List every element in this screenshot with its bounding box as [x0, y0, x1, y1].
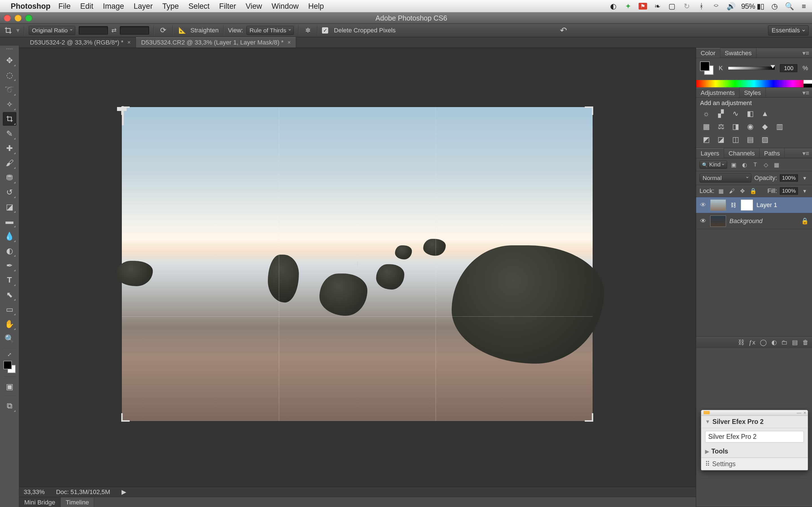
layer-mask-thumbnail[interactable] — [741, 200, 753, 211]
opacity-flyout-icon[interactable]: ▾ — [801, 175, 809, 181]
layer-thumbnail[interactable] — [710, 216, 726, 227]
silver-efex-launch-button[interactable]: Silver Efex Pro 2 — [705, 431, 804, 443]
status-spotlight-icon[interactable]: 🔍 — [785, 2, 794, 11]
lasso-tool[interactable]: ➰ — [3, 83, 16, 96]
status-bluetooth-icon[interactable]: ᚼ — [697, 2, 706, 11]
layer-link-icon[interactable]: ⛓ — [729, 202, 737, 209]
adj-invert-icon[interactable]: ◩ — [701, 135, 711, 144]
crop-tool-icon[interactable] — [3, 25, 13, 35]
window-titlebar[interactable]: Adobe Photoshop CS6 — [0, 12, 812, 24]
tab-color[interactable]: Color — [696, 48, 720, 58]
adj-balance-icon[interactable]: ⚖ — [716, 122, 726, 131]
screen-mode-toggle[interactable]: ⧉ — [3, 399, 16, 413]
adj-vibrance-icon[interactable]: ▲ — [760, 109, 770, 118]
zoom-tool[interactable]: 🔍 — [3, 332, 16, 345]
close-tab-icon[interactable]: × — [128, 39, 131, 46]
status-compass-icon[interactable]: ◷ — [770, 2, 779, 11]
gradient-tool[interactable]: ▬ — [3, 215, 16, 228]
layer-thumbnail[interactable] — [710, 200, 726, 211]
lock-all-icon[interactable]: 🔒 — [749, 187, 757, 194]
menu-type[interactable]: Type — [162, 2, 179, 11]
new-adjustment-icon[interactable]: ◐ — [771, 339, 777, 346]
foreground-background-swatch[interactable] — [3, 360, 16, 374]
adj-brightness-icon[interactable]: ☼ — [701, 109, 711, 118]
tab-channels[interactable]: Channels — [724, 148, 760, 158]
status-timemachine-icon[interactable]: ↻ — [682, 2, 691, 11]
disclosure-triangle-icon[interactable]: ▼ — [705, 419, 710, 425]
tab-swatches[interactable]: Swatches — [720, 48, 756, 58]
status-airplay-icon[interactable]: ▢ — [668, 2, 676, 11]
workspace-switcher[interactable]: Essentials — [768, 25, 809, 36]
status-wifi-icon[interactable]: ⌔ — [712, 2, 720, 11]
adj-curves-icon[interactable]: ∿ — [730, 109, 741, 118]
layer-name[interactable]: Background — [729, 217, 798, 225]
crop-width-input[interactable] — [79, 26, 108, 35]
tab-adjustments[interactable]: Adjustments — [696, 88, 740, 98]
tab-layers[interactable]: Layers — [696, 148, 724, 158]
adj-gradientmap-icon[interactable]: ▤ — [745, 135, 755, 144]
menu-filter[interactable]: Filter — [219, 2, 236, 11]
type-tool[interactable]: T — [3, 273, 16, 287]
tab-timeline[interactable]: Timeline — [61, 497, 94, 507]
layer-visibility-icon[interactable]: 👁 — [700, 217, 707, 225]
filter-smart-icon[interactable]: ▦ — [773, 161, 781, 168]
crop-height-input[interactable] — [120, 26, 149, 35]
close-button[interactable] — [4, 15, 11, 21]
adj-mixer-icon[interactable]: ◆ — [760, 122, 770, 131]
layer-visibility-icon[interactable]: 👁 — [700, 202, 707, 209]
settings-grip-icon[interactable]: ⠿ — [705, 460, 710, 468]
float-minimize-icon[interactable]: — — [797, 410, 801, 415]
clone-stamp-tool[interactable]: ⛃ — [3, 171, 16, 184]
filter-adjust-icon[interactable]: ◐ — [741, 161, 749, 168]
delete-cropped-checkbox[interactable]: ✓ — [322, 27, 328, 34]
move-tool[interactable]: ✥ — [3, 54, 16, 67]
adj-lut-icon[interactable]: ▥ — [774, 122, 784, 131]
menu-view[interactable]: View — [246, 2, 262, 11]
lock-pixels-icon[interactable]: 🖌 — [728, 187, 736, 194]
zoom-level[interactable]: 33,33% — [24, 489, 45, 496]
hand-tool[interactable]: ✋ — [3, 317, 16, 331]
layers-empty-area[interactable] — [696, 229, 812, 336]
status-1password-icon[interactable]: ⚑ — [639, 3, 647, 10]
panel-menu-icon[interactable]: ▾≡ — [800, 48, 812, 58]
app-menu[interactable]: Photoshop — [11, 2, 50, 11]
layer-row[interactable]: 👁 ⛓ Layer 1 — [696, 197, 812, 213]
straighten-icon[interactable]: 📐 — [177, 25, 187, 35]
float-settings-label[interactable]: Settings — [712, 460, 735, 468]
rectangle-tool[interactable]: ▭ — [3, 302, 16, 316]
adj-photofilter-icon[interactable]: ◉ — [745, 122, 755, 131]
float-titlebar[interactable]: —× — [701, 410, 808, 416]
eraser-tool[interactable]: ◪ — [3, 200, 16, 214]
delete-layer-icon[interactable]: 🗑 — [802, 339, 809, 346]
k-value-input[interactable]: 100 — [780, 64, 797, 72]
adj-selective-icon[interactable]: ▨ — [760, 135, 770, 144]
status-plugin-icon[interactable]: ✦ — [624, 2, 632, 11]
new-layer-icon[interactable]: ▤ — [792, 339, 798, 346]
layer-row[interactable]: 👁 Background 🔒 — [696, 213, 812, 229]
rotate-icon[interactable]: ⟳ — [158, 25, 168, 35]
status-flyout-icon[interactable]: ▶ — [121, 489, 126, 496]
undo-history-icon[interactable]: ↶ — [559, 25, 568, 35]
status-volume-icon[interactable]: 🔊 — [726, 2, 735, 11]
disclosure-triangle-icon[interactable]: ▶ — [705, 448, 709, 455]
crop-tool[interactable] — [3, 112, 16, 126]
filter-pixel-icon[interactable]: ▣ — [730, 161, 738, 168]
swap-dimensions-icon[interactable]: ⇄ — [111, 27, 116, 34]
pen-tool[interactable]: ✒ — [3, 259, 16, 272]
blend-mode-dropdown[interactable]: Normal — [700, 173, 751, 182]
marquee-tool[interactable]: ◌ — [3, 68, 16, 82]
canvas-area[interactable]: 33,33% Doc: 51,3M/102,5M ▶ Mini Bridge T… — [19, 48, 696, 507]
menu-file[interactable]: File — [58, 2, 71, 11]
menu-edit[interactable]: Edit — [80, 2, 94, 11]
adj-threshold-icon[interactable]: ◫ — [730, 135, 741, 144]
tab-paths[interactable]: Paths — [760, 148, 784, 158]
status-little-snitch-icon[interactable]: ◐ — [609, 2, 618, 11]
doc-size[interactable]: Doc: 51,3M/102,5M — [56, 489, 110, 496]
crop-handle-right[interactable] — [122, 116, 124, 125]
quick-mask-toggle[interactable]: ▣ — [3, 380, 16, 393]
lock-trans-icon[interactable]: ▦ — [717, 187, 725, 194]
color-swatch[interactable] — [700, 61, 714, 75]
panel-menu-icon[interactable]: ▾≡ — [800, 88, 812, 98]
status-evernote-icon[interactable]: ❧ — [653, 2, 662, 11]
status-notifications-icon[interactable]: ≡ — [800, 2, 808, 11]
